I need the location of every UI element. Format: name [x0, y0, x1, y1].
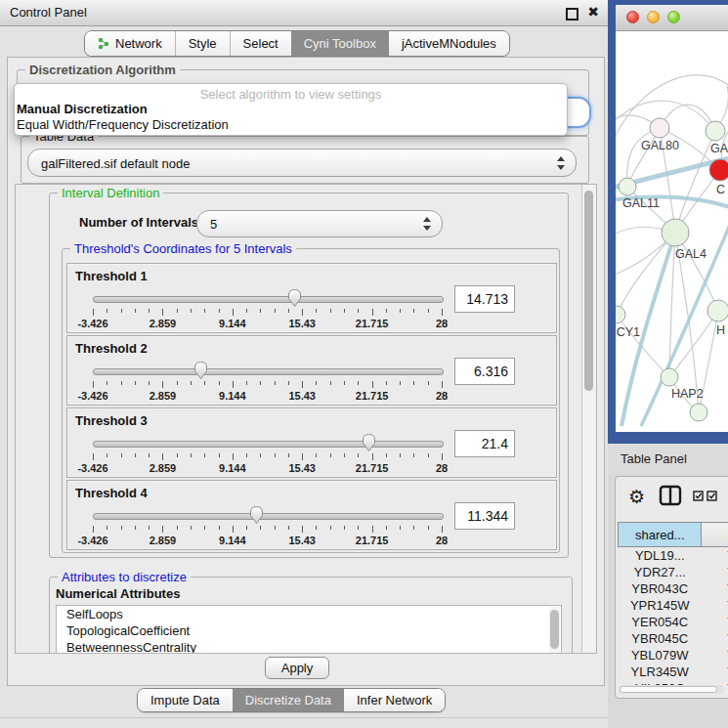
slider-tick — [260, 526, 261, 530]
apply-button[interactable]: Apply — [265, 657, 329, 679]
slider-track[interactable] — [93, 368, 444, 375]
gear-icon[interactable]: ⚙ — [628, 486, 645, 508]
threshold-slider[interactable]: -3.4262.8599.14415.4321.71528 — [93, 287, 442, 330]
table-cell[interactable]: YDL1 — [702, 547, 728, 565]
list-item[interactable]: BetweennessCentrality — [57, 639, 561, 654]
minimize-traffic-light-icon[interactable] — [647, 11, 660, 23]
threshold-value-field[interactable]: 14.713 — [454, 285, 515, 313]
node-GAL4[interactable] — [662, 219, 689, 246]
slider-tick — [316, 309, 317, 313]
number-of-intervals-combo[interactable]: 5 — [196, 210, 443, 237]
network-canvas[interactable]: GAL80GACGAL11GAL4GCY1HHAP2 — [616, 31, 728, 432]
node-GAL80[interactable] — [650, 118, 669, 138]
threshold-value-field[interactable]: 6.316 — [454, 358, 515, 385]
scrollbar-thumb[interactable] — [620, 686, 717, 693]
node-H-partial[interactable] — [707, 300, 728, 321]
table-cell[interactable]: YBL079W — [619, 647, 702, 664]
checked-box-icon[interactable] — [707, 491, 717, 501]
float-window-icon[interactable] — [566, 8, 578, 21]
table-row[interactable]: YER054CYER0 — [619, 614, 728, 630]
table-cell[interactable]: YBR045C — [619, 630, 702, 647]
table-row[interactable]: YBR043CYBR0 — [619, 580, 728, 597]
table-row[interactable]: YDL19...YDL1 — [619, 547, 728, 565]
list-item[interactable]: SelfLoops — [57, 606, 561, 622]
table-row[interactable]: YBL079WYBL0 — [619, 647, 728, 664]
slider-track[interactable] — [93, 513, 444, 520]
zoom-traffic-light-icon[interactable] — [667, 11, 680, 23]
threshold-slider[interactable]: -3.4262.8599.14415.4321.71528 — [93, 360, 442, 403]
node-GAL-partial[interactable] — [706, 121, 725, 141]
slider-tick — [442, 526, 443, 533]
threshold-slider[interactable]: -3.4262.8599.14415.4321.71528 — [93, 504, 442, 547]
table-cell[interactable]: YPR145W — [619, 597, 702, 614]
table-cell[interactable]: YPR1 — [702, 597, 728, 614]
node-GAL11[interactable] — [619, 178, 636, 195]
table-cell[interactable]: YBR043C — [619, 580, 702, 597]
slider-thumb[interactable] — [286, 287, 303, 308]
tick-label: -3.426 — [77, 390, 107, 402]
table-row[interactable]: YPR145WYPR1 — [619, 597, 728, 614]
threshold-slider[interactable]: -3.4262.8599.14415.4321.71528 — [93, 432, 442, 475]
table-cell[interactable]: YBR0 — [702, 580, 728, 597]
table-cell[interactable]: YBL0 — [702, 647, 728, 664]
scrollbar-thumb[interactable] — [550, 610, 559, 649]
column-header-name[interactable]: na — [702, 523, 728, 547]
threshold-value-field[interactable]: 21.4 — [454, 430, 515, 457]
table-cell[interactable]: YER054C — [619, 614, 702, 630]
slider-tick — [344, 526, 345, 530]
slider-tick — [344, 453, 345, 457]
table-data-combo[interactable]: galFiltered.sif default node — [27, 149, 577, 177]
slider-thumb[interactable] — [361, 432, 377, 452]
checked-box-icon[interactable] — [693, 491, 704, 501]
tab-select[interactable]: Select — [230, 31, 291, 56]
table-hscrollbar[interactable] — [619, 685, 724, 694]
tab-style[interactable]: Style — [175, 31, 230, 56]
tab-impute-data[interactable]: Impute Data — [138, 689, 233, 711]
table-row[interactable]: YLR345WYLR3 — [619, 664, 728, 680]
table-cell[interactable]: YER0 — [702, 614, 728, 630]
list-scrollbar[interactable] — [549, 607, 560, 654]
table-cell[interactable]: YLR345W — [619, 664, 702, 680]
slider-track[interactable] — [93, 441, 444, 448]
tick-label: 21.715 — [356, 318, 389, 329]
tab-infer-network[interactable]: Infer Network — [344, 689, 445, 711]
tab-discretize-data[interactable]: Discretize Data — [233, 689, 344, 711]
node-HAP2[interactable] — [661, 368, 678, 386]
tick-label: -3.426 — [77, 462, 107, 474]
table-cell[interactable]: YLR3 — [702, 664, 728, 680]
table-row[interactable]: YBR045CYBR0 — [619, 630, 728, 647]
settings-scrollbar[interactable] — [581, 185, 596, 653]
node-GCY1[interactable] — [616, 306, 625, 323]
slider-tick — [330, 453, 331, 457]
dropdown-option-manual-discretization[interactable]: Manual Discretization — [15, 102, 567, 117]
dropdown-option-equal-width-frequency[interactable]: Equal Width/Frequency Discretization — [15, 117, 567, 133]
slider-thumb[interactable] — [248, 504, 265, 525]
slider-track[interactable] — [93, 296, 444, 303]
close-traffic-light-icon[interactable] — [626, 11, 639, 23]
tab-jactivemnodules[interactable]: jActiveMNodules — [389, 31, 509, 56]
table-cell[interactable]: YDL19... — [619, 547, 702, 565]
split-columns-icon[interactable] — [659, 485, 682, 506]
tab-network[interactable]: Network — [85, 31, 175, 56]
node-label: GCY1 — [616, 325, 640, 339]
network-window-titlebar[interactable] — [616, 5, 728, 31]
slider-tick — [93, 453, 94, 460]
node-red-node[interactable] — [709, 159, 728, 181]
control-panel-tabs: Network Style Select Cyni Toolbox jActiv… — [84, 30, 510, 57]
table-cell[interactable]: YDR2 — [702, 564, 728, 580]
slider-thumb[interactable] — [193, 360, 209, 380]
threshold-value-field[interactable]: 11.344 — [454, 502, 515, 530]
table-cell[interactable]: YDR27... — [619, 564, 702, 580]
numerical-attributes-list[interactable]: SelfLoopsTopologicalCoefficientBetweenne… — [56, 605, 562, 654]
close-icon[interactable]: ✖ — [587, 4, 599, 20]
node-bottom-partial[interactable] — [690, 404, 707, 421]
table-cell[interactable]: YBR0 — [702, 630, 728, 647]
slider-tick — [149, 309, 150, 313]
scrollbar-thumb[interactable] — [584, 191, 593, 391]
tab-cyni-toolbox[interactable]: Cyni Toolbox — [291, 31, 389, 56]
column-header-shared-name[interactable]: shared... — [619, 523, 702, 547]
slider-tick — [372, 381, 373, 388]
combo-arrows-icon — [557, 156, 565, 161]
list-item[interactable]: TopologicalCoefficient — [57, 622, 561, 639]
table-row[interactable]: YDR27...YDR2 — [619, 564, 728, 580]
